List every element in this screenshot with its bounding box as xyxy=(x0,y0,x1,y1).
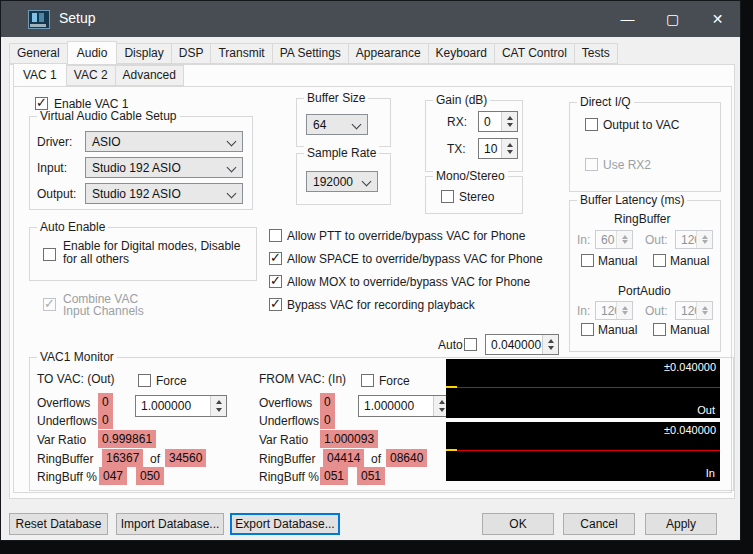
auto-checkbox[interactable] xyxy=(464,338,477,351)
in-scope-label: In xyxy=(706,467,715,479)
input-select[interactable]: Studio 192 ASIO xyxy=(85,157,243,178)
tab-pa-settings[interactable]: PA Settings xyxy=(272,43,349,64)
sample-rate-value: 192000 xyxy=(313,175,353,189)
direct-iq-group: Direct I/Q xyxy=(569,102,721,192)
tab-advanced[interactable]: Advanced xyxy=(115,65,184,86)
from-vac-title: FROM VAC: (In) xyxy=(259,372,346,386)
rb-out-manual-checkbox[interactable] xyxy=(653,254,666,267)
from-force-checkbox[interactable] xyxy=(361,374,374,387)
pa-in-manual-label: Manual xyxy=(598,323,637,337)
chevron-down-icon xyxy=(362,177,372,187)
allow-ptt-checkbox[interactable] xyxy=(269,229,282,242)
tab-cat-control[interactable]: CAT Control xyxy=(494,43,575,64)
rx-gain-label: RX: xyxy=(447,115,467,129)
close-button[interactable]: ✕ xyxy=(695,1,740,37)
to-overflows-label: Overflows xyxy=(37,396,90,410)
pa-in-label: In: xyxy=(577,304,590,318)
pa-out-manual-checkbox[interactable] xyxy=(653,323,666,336)
tab-general[interactable]: General xyxy=(9,43,68,64)
output-select[interactable]: Studio 192 ASIO xyxy=(85,183,243,204)
minimize-icon: — xyxy=(621,11,635,27)
minimize-button[interactable]: — xyxy=(605,1,650,37)
from-ratio-spinner[interactable]: 1.000000 xyxy=(358,395,450,417)
in-scope-range: ±0.040000 xyxy=(664,424,716,436)
down-arrow-icon[interactable] xyxy=(507,150,513,154)
from-var-ratio-label: Var Ratio xyxy=(259,433,308,447)
down-arrow-icon[interactable] xyxy=(216,408,222,412)
from-underflows-value: 0 xyxy=(320,411,335,429)
tab-vac1[interactable]: VAC 1 xyxy=(13,63,67,87)
in-scope-trace-start xyxy=(446,449,457,451)
title-bar: Setup — ▢ ✕ xyxy=(1,1,740,37)
export-database-button[interactable]: Export Database... xyxy=(230,513,340,535)
out-scope-range: ±0.040000 xyxy=(664,361,716,373)
digital-modes-label-line1: Enable for Digital modes, Disable xyxy=(63,239,240,253)
tab-keyboard[interactable]: Keyboard xyxy=(428,43,495,64)
out-scope-trace-start xyxy=(446,386,457,388)
driver-select[interactable]: ASIO xyxy=(85,131,243,152)
to-ratio-value: 1.000000 xyxy=(141,399,191,413)
tab-vac2[interactable]: VAC 2 xyxy=(66,65,116,86)
from-of-label: of xyxy=(371,452,381,466)
buffer-size-select[interactable]: 64 xyxy=(306,114,368,135)
enable-vac1-checkbox[interactable] xyxy=(35,97,48,110)
tab-dsp[interactable]: DSP xyxy=(171,43,212,64)
up-arrow-icon xyxy=(702,235,708,239)
rx-gain-spinner[interactable]: 0 xyxy=(478,111,518,132)
to-ringbuffer-total: 34560 xyxy=(165,449,206,467)
vac-setup-group-title: Virtual Audio Cable Setup xyxy=(37,109,180,123)
tab-transmit[interactable]: Transmit xyxy=(210,43,272,64)
from-pct-b: 051 xyxy=(357,467,385,485)
down-arrow-icon[interactable] xyxy=(548,346,554,350)
auto-enable-title: Auto Enable xyxy=(37,220,108,234)
down-arrow-icon[interactable] xyxy=(507,123,513,127)
vac1-monitor-title: VAC1 Monitor xyxy=(37,350,117,364)
up-arrow-icon[interactable] xyxy=(439,400,445,404)
up-arrow-icon[interactable] xyxy=(548,339,554,343)
auto-spinner[interactable]: 0.040000 xyxy=(485,334,559,355)
to-ringbuff-pct-label: RingBuff % xyxy=(37,470,97,484)
direct-iq-title: Direct I/Q xyxy=(577,95,634,109)
mono-stereo-title: Mono/Stereo xyxy=(433,169,508,183)
cancel-button[interactable]: Cancel xyxy=(563,513,635,535)
tx-gain-spinner[interactable]: 10 xyxy=(478,138,518,159)
output-to-vac-checkbox[interactable] xyxy=(585,118,598,131)
buffer-size-value: 64 xyxy=(313,118,326,132)
rb-in-manual-checkbox[interactable] xyxy=(581,254,594,267)
buffer-size-title: Buffer Size xyxy=(304,91,368,105)
down-arrow-icon[interactable] xyxy=(439,408,445,412)
stereo-checkbox[interactable] xyxy=(441,190,454,203)
to-pct-b: 050 xyxy=(136,467,164,485)
combine-vac-label-line2: Input Channels xyxy=(63,304,144,318)
to-ratio-spinner[interactable]: 1.000000 xyxy=(135,395,227,417)
apply-button[interactable]: Apply xyxy=(645,513,717,535)
vac-out-scope: ±0.040000 Out xyxy=(446,359,720,418)
chevron-down-icon xyxy=(227,137,237,147)
driver-label: Driver: xyxy=(37,135,72,149)
stereo-label: Stereo xyxy=(459,190,494,204)
allow-space-checkbox[interactable] xyxy=(269,252,282,265)
allow-mox-checkbox[interactable] xyxy=(269,275,282,288)
sample-rate-title: Sample Rate xyxy=(304,146,379,160)
tab-appearance[interactable]: Appearance xyxy=(348,43,429,64)
maximize-button[interactable]: ▢ xyxy=(650,1,695,37)
down-arrow-icon xyxy=(622,240,628,244)
rx-gain-value: 0 xyxy=(484,115,491,129)
up-arrow-icon[interactable] xyxy=(216,400,222,404)
tab-display[interactable]: Display xyxy=(116,43,171,64)
tab-tests[interactable]: Tests xyxy=(574,43,618,64)
to-force-checkbox[interactable] xyxy=(138,374,151,387)
from-ringbuffer-total: 08640 xyxy=(386,449,427,467)
sample-rate-select[interactable]: 192000 xyxy=(306,171,378,192)
digital-modes-checkbox[interactable] xyxy=(43,248,56,261)
up-arrow-icon[interactable] xyxy=(507,116,513,120)
tab-audio[interactable]: Audio xyxy=(67,41,118,65)
input-value: Studio 192 ASIO xyxy=(92,161,181,175)
chevron-down-icon xyxy=(227,163,237,173)
pa-in-manual-checkbox[interactable] xyxy=(581,323,594,336)
up-arrow-icon[interactable] xyxy=(507,143,513,147)
import-database-button[interactable]: Import Database... xyxy=(116,513,224,535)
ok-button[interactable]: OK xyxy=(482,513,554,535)
bypass-vac-checkbox[interactable] xyxy=(269,298,282,311)
reset-database-button[interactable]: Reset Database xyxy=(9,513,108,535)
